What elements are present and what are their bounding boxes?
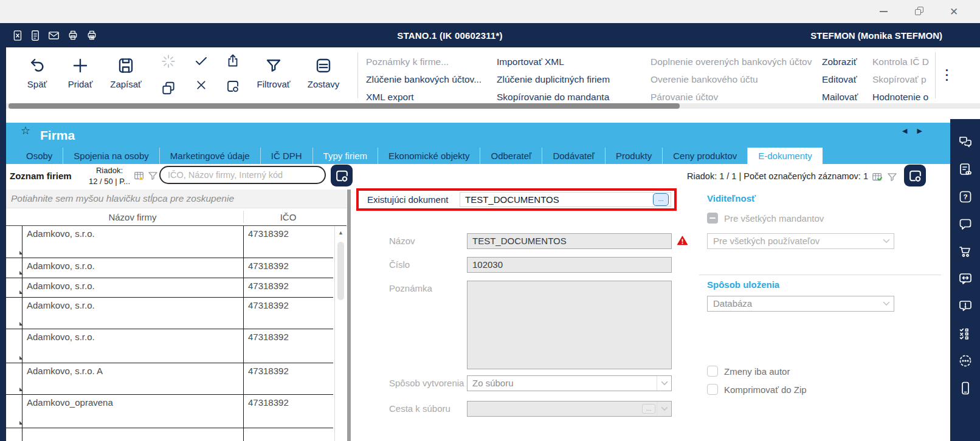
toolbar-overflow-button[interactable]: ··· (942, 68, 952, 83)
row-expander-icon[interactable] (19, 421, 23, 425)
cart-icon[interactable] (958, 244, 973, 259)
chat-icon[interactable] (958, 135, 973, 149)
toolbar-menu-group-2: Importovať XML Zlúčenie duplicitných fir… (497, 53, 610, 106)
reports-button[interactable]: Zostavy (303, 52, 344, 100)
menu-item-importovat-xml[interactable]: Importovať XML (497, 53, 610, 70)
existing-document-input[interactable] (460, 193, 671, 207)
upload-icon[interactable] (226, 53, 240, 70)
existing-document-row: Existujúci dokument ... (356, 188, 677, 211)
tab-odberatel[interactable]: Odberateľ (480, 148, 542, 164)
tab-e-dokumenty[interactable]: E-dokumenty (748, 148, 822, 164)
copy-icon[interactable] (160, 80, 176, 98)
restore-button[interactable] (901, 0, 936, 23)
mobile-icon[interactable] (958, 381, 973, 395)
window-titlebar: ✕ (0, 0, 980, 23)
back-button[interactable]: Späť (19, 52, 55, 100)
close-button[interactable]: ✕ (936, 0, 971, 23)
menu-item-editovat[interactable]: Editovať (822, 70, 858, 88)
table-row[interactable]: Adamkovo, s.r.o.47318392 (6, 258, 333, 278)
tab-ekonomicke-objekty[interactable]: Ekonomické objekty (378, 148, 480, 164)
table-row[interactable]: Adamkovo, s.r.o. A47318392 (6, 363, 333, 395)
menu-item-zlucenie-duplicitnych-firiem[interactable]: Zlúčenie duplicitných firiem (497, 70, 610, 88)
tab-typy-firiem[interactable]: Typy firiem (313, 148, 379, 164)
grid-check-icon[interactable] (872, 172, 883, 185)
row-expander-icon[interactable] (19, 322, 23, 326)
comment-icon[interactable] (958, 217, 973, 231)
detail-preview-button[interactable] (904, 165, 926, 186)
zip-checkbox[interactable] (707, 384, 718, 395)
row-expander-icon[interactable] (19, 271, 23, 275)
visibility-heading: Viditeľnosť (707, 193, 756, 203)
menu-item-skopirovat: Skopírovať p (872, 70, 930, 88)
tab-spojenia-na-osoby[interactable]: Spojenia na osoby (63, 148, 159, 164)
tab-ic-dph[interactable]: IČ DPH (261, 148, 313, 164)
cancel-icon[interactable] (195, 79, 207, 94)
checklist-icon[interactable] (958, 326, 973, 341)
creation-method-dropdown[interactable]: Zo súboru (467, 375, 672, 391)
chevron-down-icon[interactable] (879, 296, 894, 311)
column-header-name[interactable]: Názov firmy (22, 208, 243, 226)
list-filter-icon[interactable] (148, 171, 158, 183)
table-row-empty (6, 428, 333, 441)
feedback-icon[interactable] (958, 299, 973, 313)
author-only-checkbox[interactable] (707, 366, 718, 377)
validation-warning-icon (676, 234, 689, 249)
toolbar-scrollbar-track[interactable] (6, 103, 980, 109)
tabs-scroll-right-icon[interactable]: ▶ (917, 127, 922, 135)
right-icon-sidebar: ? (950, 119, 980, 441)
confirm-icon[interactable] (194, 53, 209, 70)
existing-document-browse-button[interactable]: ... (653, 193, 669, 206)
chevron-down-icon[interactable] (657, 376, 671, 391)
author-only-checkbox-row: Zmeny iba autor (707, 366, 790, 377)
detail-row-counter: Riadok: 1 / 1 | Počet označených záznamo… (529, 171, 868, 181)
page-title: Firma (40, 128, 75, 143)
storage-dropdown[interactable]: Databáza (707, 296, 894, 312)
document-search-icon (334, 168, 350, 183)
notes-link-icon[interactable] (958, 162, 973, 177)
filter-button[interactable]: Filtrovať (252, 52, 295, 100)
save-button[interactable]: Zapísať (105, 52, 147, 100)
table-vertical-scrollbar[interactable]: ▲ (334, 226, 347, 441)
table-row[interactable]: Adamkovo, s.r.o.47318392 (6, 329, 333, 363)
row-expander-icon[interactable] (19, 290, 23, 294)
table-scrollbar-thumb[interactable] (337, 242, 344, 300)
menu-item-zlucenie-bankovych-uctov[interactable]: Zlúčenie bankových účtov... (366, 70, 481, 88)
toolbar-scrollbar-thumb[interactable] (9, 103, 680, 109)
detail-filter-icon[interactable] (887, 172, 897, 185)
tab-produkty[interactable]: Produkty (606, 148, 663, 164)
grid-warning-icon[interactable] (134, 171, 145, 184)
undo-icon (27, 52, 47, 79)
row-expander-icon[interactable] (19, 388, 23, 391)
tab-dodavatel[interactable]: Dodávateľ (542, 148, 606, 164)
minimize-button[interactable] (866, 0, 901, 23)
document-preview-icon[interactable] (226, 79, 240, 96)
menu-item-doplnenie-overenych-uctov: Doplnenie overených bankových účtov (650, 53, 812, 70)
table-row[interactable]: Adamkovo, s.r.o.47318392 (6, 278, 333, 298)
menu-item-poznamky-k-firme: Poznámky k firme... (366, 53, 481, 70)
table-row[interactable]: Adamkovo_opravena47318392 (6, 395, 333, 428)
visibility-users-dropdown[interactable]: Pre všetkých používateľov (707, 233, 894, 249)
message-sync-icon[interactable] (958, 272, 973, 286)
scroll-up-icon[interactable]: ▲ (335, 230, 347, 236)
tab-ceny-produktov[interactable]: Ceny produktov (663, 148, 748, 164)
add-button[interactable]: Pridať (61, 52, 100, 100)
author-only-label: Zmeny iba autor (724, 366, 790, 377)
scan-icon[interactable] (958, 354, 973, 368)
favorite-star-icon[interactable]: ☆ (21, 124, 30, 137)
table-row[interactable]: Adamkovo, s.r.o.47318392 (6, 226, 333, 258)
panel-splitter[interactable] (347, 190, 351, 441)
table-row[interactable]: Adamkovo, s.r.o.47318392 (6, 298, 333, 329)
name-field: TEST_DOCUMENTOS (467, 233, 672, 249)
tab-marketingove-udaje[interactable]: Marketingové údaje (160, 148, 261, 164)
chevron-down-icon[interactable] (879, 234, 894, 248)
row-expander-icon[interactable] (19, 356, 23, 360)
row-expander-icon[interactable] (19, 251, 23, 255)
tab-osoby[interactable]: Osoby (16, 148, 63, 164)
help-icon[interactable]: ? (958, 190, 973, 204)
menu-item-zobrazit[interactable]: Zobraziť (822, 53, 858, 70)
tabs-scroll-left-icon[interactable]: ◀ (902, 127, 907, 135)
toolbar-separator-2 (935, 52, 936, 98)
company-search-input[interactable] (160, 167, 325, 183)
company-preview-button[interactable] (331, 165, 353, 186)
column-header-ico[interactable]: IČO (243, 208, 333, 226)
